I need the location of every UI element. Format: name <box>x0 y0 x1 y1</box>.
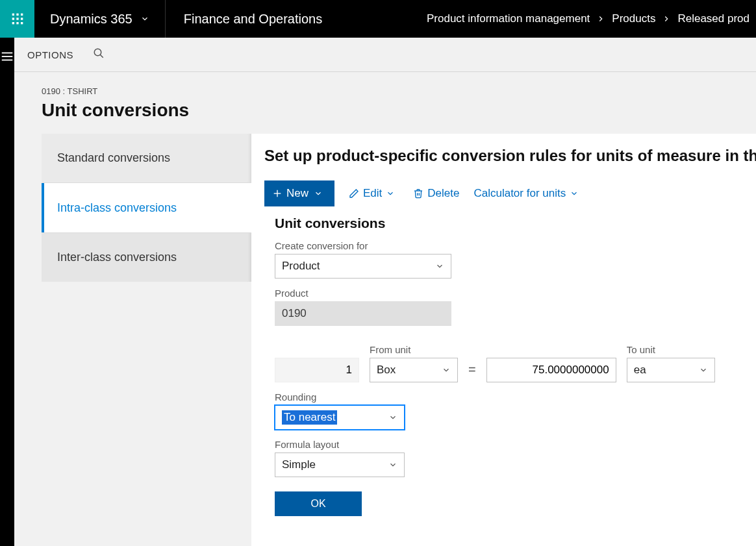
to-unit-value: ea <box>634 364 646 377</box>
breadcrumb-item-2[interactable]: Products <box>612 12 655 25</box>
search-icon <box>93 47 105 59</box>
breadcrumb-item-3[interactable]: Released prod <box>677 12 750 25</box>
svg-rect-0 <box>12 14 14 16</box>
form: Unit conversions Create conversion for P… <box>264 206 756 516</box>
panel-heading: Set up product-specific conversion rules… <box>264 147 756 165</box>
pencil-icon <box>349 188 359 199</box>
form-title: Unit conversions <box>275 216 756 231</box>
svg-rect-7 <box>16 22 18 24</box>
action-bar: New Edit Delete Calculator for units <box>264 180 756 206</box>
tab-label: Intra-class conversions <box>57 201 177 215</box>
context-line: 0190 : TSHIRT <box>42 86 756 96</box>
create-for-select[interactable]: Product <box>275 254 451 279</box>
factor-left-input[interactable] <box>275 358 359 382</box>
calculator-button[interactable]: Calculator for units <box>473 187 583 200</box>
delete-label: Delete <box>427 187 459 200</box>
rounding-select[interactable]: To nearest <box>275 405 405 430</box>
svg-rect-3 <box>12 18 14 19</box>
from-unit-select[interactable]: Box <box>370 358 458 382</box>
tabs: Standard conversions Intra-class convers… <box>42 134 251 546</box>
chevron-down-icon <box>314 189 323 198</box>
tab-label: Inter-class conversions <box>57 251 177 264</box>
delete-button[interactable]: Delete <box>413 187 459 200</box>
equals-sign: = <box>468 362 476 382</box>
product-field: 0190 <box>275 301 451 326</box>
tab-inter-class-conversions[interactable]: Inter-class conversions <box>42 232 251 282</box>
svg-rect-6 <box>12 22 14 24</box>
plus-icon <box>272 188 283 199</box>
product-value: 0190 <box>282 307 307 320</box>
formula-label: Formula layout <box>275 439 756 450</box>
new-label: New <box>286 187 309 200</box>
module-title: Finance and Operations <box>166 0 340 38</box>
edit-button[interactable]: Edit <box>349 187 399 200</box>
svg-point-12 <box>94 49 101 56</box>
edit-label: Edit <box>363 187 382 200</box>
factor-right-input[interactable] <box>486 358 616 382</box>
chevron-down-icon <box>435 262 444 271</box>
chevron-down-icon <box>140 14 149 23</box>
from-unit-label: From unit <box>370 344 458 355</box>
body: Standard conversions Intra-class convers… <box>14 134 756 546</box>
svg-rect-8 <box>21 22 23 24</box>
create-for-value: Product <box>282 260 320 273</box>
to-unit-select[interactable]: ea <box>627 358 715 382</box>
tab-standard-conversions[interactable]: Standard conversions <box>42 134 251 183</box>
hamburger-icon <box>0 49 14 64</box>
app-launcher-button[interactable] <box>0 0 34 38</box>
chevron-down-icon <box>386 189 395 198</box>
trash-icon <box>413 188 423 199</box>
svg-rect-2 <box>21 14 23 16</box>
create-for-label: Create conversion for <box>275 240 756 251</box>
new-button[interactable]: New <box>264 180 334 206</box>
formula-value: Simple <box>282 458 316 471</box>
formula-select[interactable]: Simple <box>275 453 405 477</box>
brand-label: Dynamics 365 <box>50 12 132 27</box>
options-bar: OPTIONS <box>14 38 756 72</box>
to-unit-label: To unit <box>627 344 715 355</box>
svg-rect-1 <box>16 14 18 16</box>
calculator-label: Calculator for units <box>473 187 566 200</box>
nav-menu-button[interactable] <box>0 49 14 546</box>
breadcrumb-item-1[interactable]: Product information management <box>427 12 590 25</box>
chevron-down-icon <box>388 413 397 422</box>
breadcrumb: Product information management Products … <box>420 0 756 38</box>
top-bar: Dynamics 365 Finance and Operations Prod… <box>0 0 756 38</box>
conversion-row: x From unit Box = x <box>275 335 756 382</box>
from-unit-value: Box <box>377 364 396 377</box>
waffle-icon <box>11 12 24 25</box>
page-header: 0190 : TSHIRT Unit conversions <box>14 72 756 134</box>
brand-menu[interactable]: Dynamics 365 <box>34 0 166 38</box>
module-label: Finance and Operations <box>184 12 322 27</box>
tab-intra-class-conversions[interactable]: Intra-class conversions <box>42 183 251 232</box>
content-panel: Set up product-specific conversion rules… <box>251 134 756 546</box>
chevron-down-icon <box>570 189 579 198</box>
shell: OPTIONS 0190 : TSHIRT Unit conversions S… <box>0 38 756 546</box>
page-title: Unit conversions <box>42 100 756 121</box>
svg-rect-4 <box>16 18 18 19</box>
chevron-down-icon <box>699 366 708 375</box>
chevron-down-icon <box>388 460 397 469</box>
options-menu[interactable]: OPTIONS <box>27 49 73 60</box>
chevron-right-icon <box>596 14 605 23</box>
search-button[interactable] <box>93 47 105 62</box>
page: OPTIONS 0190 : TSHIRT Unit conversions S… <box>14 38 756 546</box>
nav-rail <box>0 38 14 546</box>
chevron-right-icon <box>662 14 671 23</box>
tab-label: Standard conversions <box>57 151 170 165</box>
ok-button[interactable]: OK <box>275 491 362 516</box>
svg-line-13 <box>100 55 103 58</box>
svg-rect-5 <box>21 18 23 19</box>
chevron-down-icon <box>442 366 451 375</box>
rounding-label: Rounding <box>275 391 756 403</box>
rounding-value: To nearest <box>282 410 337 425</box>
product-label: Product <box>275 288 756 299</box>
